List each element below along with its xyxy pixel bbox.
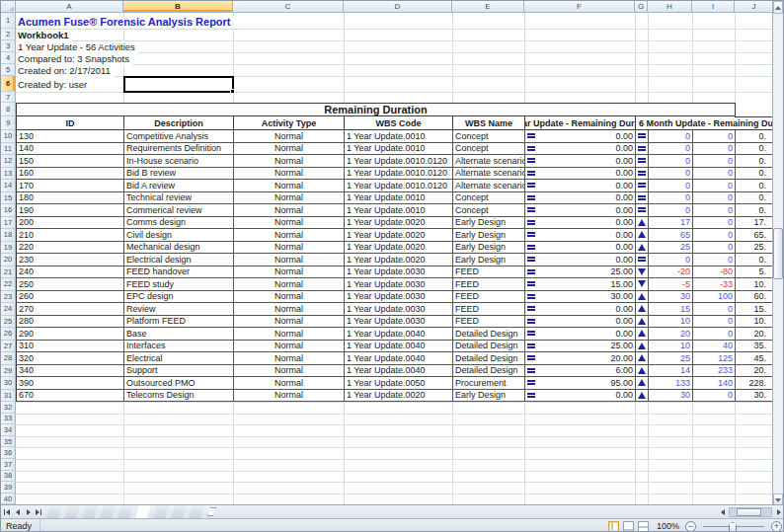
page-break-preview-button[interactable] [638, 521, 649, 532]
cell-year-update[interactable]: 95.00 [525, 377, 636, 390]
first-sheet-button[interactable] [2, 507, 11, 516]
cell-wbs-code[interactable]: 1 Year Update.0030 [345, 316, 453, 329]
cell-activity-type[interactable]: Normal [234, 390, 345, 403]
row-header-25[interactable]: 25 [1, 316, 16, 329]
cell-percent[interactable]: 0 [693, 316, 736, 329]
cell-six-month-value[interactable]: 15. [736, 303, 775, 316]
cell-description[interactable]: Telecoms Design [124, 390, 234, 403]
row-header-39[interactable]: 39 [1, 482, 16, 494]
cell-six-month-value[interactable]: 0. [736, 192, 775, 205]
cell-six-month-value[interactable]: 0. [736, 143, 775, 156]
cell-wbs-name[interactable]: Alternate scenario [453, 180, 525, 192]
cell-id[interactable]: 280 [17, 316, 124, 329]
column-header-d[interactable]: D [344, 1, 452, 13]
cell-percent[interactable]: 0 [693, 217, 736, 230]
cell-activity-type[interactable]: Normal [234, 229, 345, 242]
cell-percent[interactable]: 100 [693, 291, 736, 304]
cell-percent[interactable]: 0 [693, 168, 736, 181]
row-header-23[interactable]: 23 [1, 291, 16, 304]
cell-six-month-value[interactable]: 0. [736, 155, 775, 168]
cell-id[interactable]: 140 [17, 143, 124, 156]
cell-year-update[interactable]: 15.00 [525, 278, 636, 291]
cell-delta[interactable]: 0 [649, 180, 693, 192]
cell-year-update[interactable]: 0.00 [525, 254, 636, 266]
cell-delta[interactable]: 133 [649, 377, 693, 390]
row-header-8[interactable]: 8 [1, 103, 16, 116]
cell-year-update[interactable]: 0.00 [525, 143, 636, 156]
cell-description[interactable]: Outsourced PMO [124, 377, 234, 390]
cell-trend[interactable] [636, 130, 649, 143]
cell-id[interactable]: 230 [17, 254, 124, 266]
cell-trend[interactable] [636, 155, 649, 168]
cell-trend[interactable] [636, 143, 649, 156]
cell-activity-type[interactable]: Normal [234, 341, 345, 353]
cell-id[interactable]: 270 [17, 303, 124, 316]
page-layout-view-button[interactable] [623, 521, 634, 532]
cell-delta[interactable]: 0 [649, 130, 693, 143]
column-header-a[interactable]: A [16, 1, 123, 13]
column-header-b[interactable]: B [123, 1, 233, 13]
cell-trend[interactable] [636, 242, 649, 255]
cell-six-month-value[interactable]: 25. [736, 242, 775, 255]
cell-delta[interactable]: 14 [649, 365, 693, 378]
cell-description[interactable]: Bid A review [124, 180, 234, 192]
cell-wbs-name[interactable]: Detailed Design [453, 352, 525, 365]
row-header-19[interactable]: 19 [1, 242, 16, 255]
cell-description[interactable]: Electrical [124, 352, 234, 365]
row-header-13[interactable]: 13 [1, 168, 16, 181]
cell-year-update[interactable]: 0.00 [525, 217, 636, 230]
cell-wbs-code[interactable]: 1 Year Update.0050 [345, 377, 453, 390]
header-activity-type[interactable]: Activity Type [234, 116, 345, 130]
cell-delta[interactable]: -20 [649, 266, 693, 279]
compared-to[interactable]: Compared to: 3 Snapshots [18, 53, 132, 65]
column-header-j[interactable]: J [735, 1, 774, 13]
scroll-right-button[interactable] [774, 507, 783, 516]
previous-sheet-button[interactable] [13, 507, 22, 516]
cell-activity-type[interactable]: Normal [234, 180, 345, 192]
cell-wbs-code[interactable]: 1 Year Update.0040 [345, 328, 453, 341]
cell-year-update[interactable]: 0.00 [525, 168, 636, 181]
sheet-tab[interactable] [64, 505, 80, 518]
cell-trend[interactable] [636, 328, 649, 341]
cell-description[interactable]: EPC design [124, 291, 234, 304]
cell-activity-type[interactable]: Normal [234, 352, 345, 365]
row-header-36[interactable]: 36 [1, 447, 16, 459]
normal-view-button[interactable] [608, 521, 619, 532]
cell-wbs-code[interactable]: 1 Year Update.0020 [345, 390, 453, 403]
cell-activity-type[interactable]: Normal [234, 143, 345, 156]
selected-cell-b6[interactable] [123, 76, 234, 93]
cell-wbs-name[interactable]: Concept [453, 130, 525, 143]
cell-trend[interactable] [636, 365, 649, 378]
horizontal-scroll-track[interactable] [729, 507, 772, 517]
cell-trend[interactable] [636, 180, 649, 192]
cell-wbs-code[interactable]: 1 Year Update.0030 [345, 291, 453, 304]
cell-wbs-name[interactable]: Concept [453, 192, 525, 205]
cell-description[interactable]: Mechanical design [124, 242, 234, 255]
row-header-17[interactable]: 17 [1, 217, 16, 230]
cell-wbs-code[interactable]: 1 Year Update.0020 [345, 254, 453, 266]
cell-percent[interactable]: 0 [693, 390, 736, 403]
cell-six-month-value[interactable]: 0. [736, 168, 775, 181]
cell-delta[interactable]: 0 [649, 155, 693, 168]
cell-delta[interactable]: 25 [649, 352, 693, 365]
cell-id[interactable]: 290 [17, 328, 124, 341]
row-header-3[interactable]: 3 [1, 40, 16, 52]
cell-six-month-value[interactable]: 20. [736, 365, 775, 378]
cell-id[interactable]: 180 [17, 192, 124, 205]
cell-percent[interactable]: 0 [693, 130, 736, 143]
row-header-6[interactable]: 6 [1, 76, 16, 92]
cell-year-update[interactable]: 0.00 [525, 316, 636, 329]
cell-activity-type[interactable]: Normal [234, 130, 345, 143]
row-header-28[interactable]: 28 [1, 352, 16, 365]
cell-wbs-code[interactable]: 1 Year Update.0030 [345, 303, 453, 316]
cell-activity-type[interactable]: Normal [234, 278, 345, 291]
cell-delta[interactable]: 65 [649, 229, 693, 242]
cell-id[interactable]: 160 [17, 168, 124, 181]
cell-wbs-name[interactable]: Alternate scenario [453, 168, 525, 181]
cell-percent[interactable]: 0 [693, 204, 736, 217]
row-header-10[interactable]: 10 [1, 130, 16, 143]
cell-wbs-code[interactable]: 1 Year Update.0030 [345, 278, 453, 291]
table-title[interactable]: Remaining Duration [16, 103, 736, 116]
cell-id[interactable]: 310 [17, 341, 124, 353]
cell-six-month-value[interactable]: 0. [736, 130, 775, 143]
